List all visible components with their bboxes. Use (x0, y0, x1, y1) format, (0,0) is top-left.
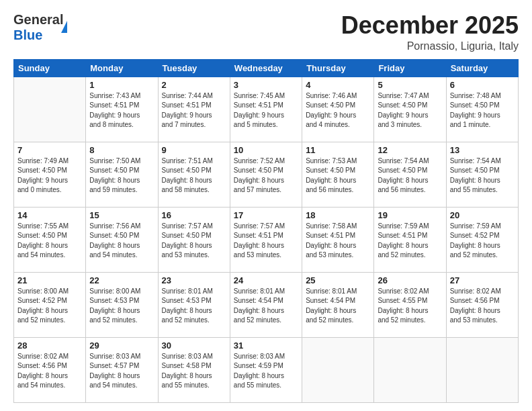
calendar-week-3: 14Sunrise: 7:55 AM Sunset: 4:50 PM Dayli… (14, 207, 519, 272)
calendar-cell: 31Sunrise: 8:03 AM Sunset: 4:59 PM Dayli… (230, 337, 302, 402)
calendar-cell: 10Sunrise: 7:52 AM Sunset: 4:50 PM Dayli… (230, 142, 302, 207)
page: General Blue December 2025 Pornassio, Li… (0, 0, 532, 411)
day-number: 12 (378, 145, 442, 155)
logo-lines: General Blue (13, 12, 63, 43)
col-wednesday: Wednesday (230, 59, 302, 77)
logo-blue: Blue (13, 28, 63, 43)
day-number: 25 (306, 275, 370, 285)
col-thursday: Thursday (302, 59, 374, 77)
day-number: 13 (450, 145, 515, 155)
day-number: 20 (450, 210, 515, 220)
day-info: Sunrise: 7:48 AM Sunset: 4:50 PM Dayligh… (450, 91, 515, 130)
day-info: Sunrise: 7:55 AM Sunset: 4:50 PM Dayligh… (17, 222, 82, 261)
day-number: 22 (89, 275, 154, 285)
day-info: Sunrise: 8:00 AM Sunset: 4:52 PM Dayligh… (17, 287, 82, 326)
logo: General Blue (13, 12, 67, 43)
day-number: 7 (17, 145, 82, 155)
day-number: 26 (378, 275, 442, 285)
day-number: 18 (306, 210, 370, 220)
calendar-cell: 25Sunrise: 8:01 AM Sunset: 4:54 PM Dayli… (302, 272, 374, 337)
day-info: Sunrise: 7:52 AM Sunset: 4:50 PM Dayligh… (234, 156, 298, 195)
calendar-cell: 8Sunrise: 7:50 AM Sunset: 4:50 PM Daylig… (86, 142, 158, 207)
day-number: 31 (234, 340, 298, 351)
day-info: Sunrise: 7:59 AM Sunset: 4:52 PM Dayligh… (450, 222, 515, 261)
calendar-cell: 1Sunrise: 7:43 AM Sunset: 4:51 PM Daylig… (86, 77, 158, 142)
calendar-cell: 28Sunrise: 8:02 AM Sunset: 4:56 PM Dayli… (14, 337, 86, 402)
calendar-week-2: 7Sunrise: 7:49 AM Sunset: 4:50 PM Daylig… (14, 142, 519, 207)
day-number: 10 (234, 145, 298, 155)
day-info: Sunrise: 8:00 AM Sunset: 4:53 PM Dayligh… (89, 287, 154, 326)
calendar-cell: 20Sunrise: 7:59 AM Sunset: 4:52 PM Dayli… (446, 207, 518, 272)
day-number: 24 (234, 275, 298, 285)
calendar-cell: 26Sunrise: 8:02 AM Sunset: 4:55 PM Dayli… (374, 272, 446, 337)
logo-triangle-icon (61, 21, 67, 33)
calendar-header-row: Sunday Monday Tuesday Wednesday Thursday… (14, 59, 519, 77)
col-saturday: Saturday (446, 59, 518, 77)
day-number: 2 (162, 80, 226, 90)
day-info: Sunrise: 7:59 AM Sunset: 4:51 PM Dayligh… (378, 222, 442, 261)
day-number: 15 (89, 210, 154, 220)
day-info: Sunrise: 7:54 AM Sunset: 4:50 PM Dayligh… (450, 156, 515, 195)
calendar-cell: 21Sunrise: 8:00 AM Sunset: 4:52 PM Dayli… (14, 272, 86, 337)
col-monday: Monday (86, 59, 158, 77)
day-number: 3 (234, 80, 298, 90)
day-info: Sunrise: 8:01 AM Sunset: 4:54 PM Dayligh… (234, 287, 298, 326)
calendar-cell: 16Sunrise: 7:57 AM Sunset: 4:50 PM Dayli… (158, 207, 230, 272)
day-info: Sunrise: 7:54 AM Sunset: 4:50 PM Dayligh… (378, 156, 442, 195)
calendar-week-1: 1Sunrise: 7:43 AM Sunset: 4:51 PM Daylig… (14, 77, 519, 142)
day-number: 30 (162, 340, 226, 351)
day-info: Sunrise: 7:53 AM Sunset: 4:50 PM Dayligh… (306, 156, 370, 195)
calendar-cell: 24Sunrise: 8:01 AM Sunset: 4:54 PM Dayli… (230, 272, 302, 337)
location: Pornassio, Liguria, Italy (341, 40, 519, 52)
calendar-cell: 30Sunrise: 8:03 AM Sunset: 4:58 PM Dayli… (158, 337, 230, 402)
calendar-cell: 27Sunrise: 8:02 AM Sunset: 4:56 PM Dayli… (446, 272, 518, 337)
calendar-cell: 6Sunrise: 7:48 AM Sunset: 4:50 PM Daylig… (446, 77, 518, 142)
calendar-cell (446, 337, 518, 402)
day-info: Sunrise: 8:03 AM Sunset: 4:58 PM Dayligh… (162, 352, 226, 391)
calendar-cell: 9Sunrise: 7:51 AM Sunset: 4:50 PM Daylig… (158, 142, 230, 207)
day-number: 29 (89, 340, 154, 351)
day-number: 1 (89, 80, 154, 90)
day-info: Sunrise: 7:46 AM Sunset: 4:50 PM Dayligh… (306, 91, 370, 130)
calendar-cell (302, 337, 374, 402)
col-tuesday: Tuesday (158, 59, 230, 77)
col-sunday: Sunday (14, 59, 86, 77)
day-info: Sunrise: 7:44 AM Sunset: 4:51 PM Dayligh… (162, 91, 226, 130)
day-number: 11 (306, 145, 370, 155)
day-info: Sunrise: 8:03 AM Sunset: 4:59 PM Dayligh… (234, 352, 298, 391)
calendar-week-4: 21Sunrise: 8:00 AM Sunset: 4:52 PM Dayli… (14, 272, 519, 337)
day-number: 23 (162, 275, 226, 285)
day-number: 21 (17, 275, 82, 285)
calendar-cell: 23Sunrise: 8:01 AM Sunset: 4:53 PM Dayli… (158, 272, 230, 337)
day-info: Sunrise: 7:56 AM Sunset: 4:50 PM Dayligh… (89, 222, 154, 261)
header: General Blue December 2025 Pornassio, Li… (13, 12, 519, 52)
calendar-cell: 17Sunrise: 7:57 AM Sunset: 4:51 PM Dayli… (230, 207, 302, 272)
day-number: 14 (17, 210, 82, 220)
day-number: 17 (234, 210, 298, 220)
day-number: 19 (378, 210, 442, 220)
day-info: Sunrise: 7:57 AM Sunset: 4:50 PM Dayligh… (162, 222, 226, 261)
day-info: Sunrise: 8:02 AM Sunset: 4:55 PM Dayligh… (378, 287, 442, 326)
day-info: Sunrise: 8:02 AM Sunset: 4:56 PM Dayligh… (17, 352, 82, 391)
calendar-cell: 7Sunrise: 7:49 AM Sunset: 4:50 PM Daylig… (14, 142, 86, 207)
calendar-cell: 13Sunrise: 7:54 AM Sunset: 4:50 PM Dayli… (446, 142, 518, 207)
day-number: 16 (162, 210, 226, 220)
day-number: 28 (17, 340, 82, 351)
calendar-cell: 11Sunrise: 7:53 AM Sunset: 4:50 PM Dayli… (302, 142, 374, 207)
calendar-cell: 29Sunrise: 8:03 AM Sunset: 4:57 PM Dayli… (86, 337, 158, 402)
day-info: Sunrise: 7:47 AM Sunset: 4:50 PM Dayligh… (378, 91, 442, 130)
calendar-cell: 14Sunrise: 7:55 AM Sunset: 4:50 PM Dayli… (14, 207, 86, 272)
day-info: Sunrise: 8:03 AM Sunset: 4:57 PM Dayligh… (89, 352, 154, 391)
calendar-cell: 4Sunrise: 7:46 AM Sunset: 4:50 PM Daylig… (302, 77, 374, 142)
logo-general: General (13, 12, 63, 28)
calendar-cell: 2Sunrise: 7:44 AM Sunset: 4:51 PM Daylig… (158, 77, 230, 142)
day-number: 4 (306, 80, 370, 90)
calendar-week-5: 28Sunrise: 8:02 AM Sunset: 4:56 PM Dayli… (14, 337, 519, 402)
title-area: December 2025 Pornassio, Liguria, Italy (341, 12, 519, 52)
calendar-cell: 5Sunrise: 7:47 AM Sunset: 4:50 PM Daylig… (374, 77, 446, 142)
calendar-cell: 15Sunrise: 7:56 AM Sunset: 4:50 PM Dayli… (86, 207, 158, 272)
month-title: December 2025 (341, 12, 519, 39)
day-info: Sunrise: 7:50 AM Sunset: 4:50 PM Dayligh… (89, 156, 154, 195)
day-info: Sunrise: 7:45 AM Sunset: 4:51 PM Dayligh… (234, 91, 298, 130)
calendar-cell (374, 337, 446, 402)
